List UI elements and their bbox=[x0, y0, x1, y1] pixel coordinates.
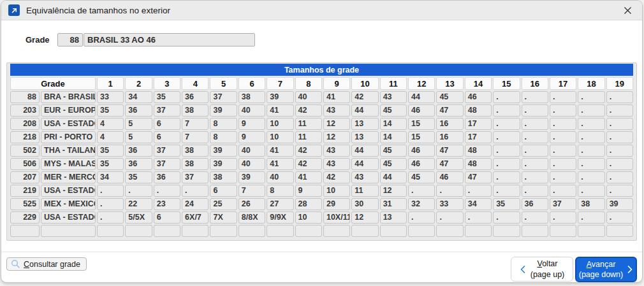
size-value-cell[interactable]: 10 bbox=[323, 185, 350, 197]
size-value-cell[interactable]: . bbox=[493, 104, 520, 117]
size-value-cell[interactable]: 36 bbox=[154, 171, 180, 183]
size-value-cell[interactable]: 37 bbox=[154, 158, 180, 170]
size-value-cell[interactable]: 14 bbox=[380, 118, 407, 130]
voltar-button[interactable]: Voltar (page up) bbox=[511, 257, 573, 282]
size-value-cell[interactable]: 36 bbox=[182, 91, 209, 103]
grade-code-cell[interactable]: 525 bbox=[10, 198, 40, 210]
size-value-cell[interactable]: 36 bbox=[522, 198, 548, 210]
size-value-cell[interactable]: 14 bbox=[380, 131, 407, 143]
size-value-cell[interactable]: 45 bbox=[436, 91, 463, 103]
empty-cell[interactable] bbox=[436, 225, 463, 237]
size-value-cell[interactable]: 5 bbox=[125, 118, 152, 130]
size-value-cell[interactable]: 38 bbox=[238, 91, 265, 103]
size-value-cell[interactable]: . bbox=[578, 91, 604, 103]
size-value-cell[interactable]: . bbox=[522, 171, 548, 183]
size-value-cell[interactable]: . bbox=[522, 91, 548, 103]
size-value-cell[interactable]: . bbox=[578, 118, 604, 130]
size-value-cell[interactable]: 35 bbox=[97, 145, 124, 157]
size-value-cell[interactable]: 16 bbox=[436, 131, 463, 143]
grade-name-cell[interactable]: USA - ESTADOS U bbox=[41, 185, 96, 197]
grade-code-cell[interactable]: 88 bbox=[10, 91, 40, 103]
size-value-cell[interactable]: 25 bbox=[210, 198, 237, 210]
grade-name-cell[interactable]: USA - ESTADOS U bbox=[41, 211, 96, 224]
grade-code-field[interactable]: 88 bbox=[57, 33, 83, 46]
size-value-cell[interactable]: 40 bbox=[267, 171, 293, 183]
size-value-cell[interactable]: 41 bbox=[267, 104, 293, 117]
size-value-cell[interactable]: 30 bbox=[351, 198, 378, 210]
grade-code-cell[interactable]: 229 bbox=[10, 211, 40, 224]
empty-cell[interactable] bbox=[380, 225, 407, 237]
size-value-cell[interactable]: 6X/7 bbox=[182, 211, 209, 224]
size-value-cell[interactable]: 40 bbox=[295, 91, 322, 103]
size-value-cell[interactable]: . bbox=[550, 118, 576, 130]
size-value-cell[interactable]: 38 bbox=[182, 158, 209, 170]
size-value-cell[interactable]: 13 bbox=[380, 211, 407, 224]
size-value-cell[interactable]: 35 bbox=[493, 198, 520, 210]
size-value-cell[interactable]: 13 bbox=[351, 118, 378, 130]
grade-name-cell[interactable]: PRI - PORTO RIC bbox=[41, 131, 96, 143]
size-value-cell[interactable]: 44 bbox=[380, 171, 407, 183]
size-value-cell[interactable]: 17 bbox=[465, 118, 492, 130]
size-value-cell[interactable]: . bbox=[522, 131, 548, 143]
size-value-cell[interactable]: . bbox=[606, 185, 633, 197]
size-value-cell[interactable]: 39 bbox=[238, 171, 265, 183]
empty-cell[interactable] bbox=[351, 225, 378, 237]
empty-cell[interactable] bbox=[323, 225, 350, 237]
size-value-cell[interactable]: 46 bbox=[408, 104, 435, 117]
empty-cell[interactable] bbox=[550, 225, 576, 237]
size-value-cell[interactable]: 45 bbox=[408, 171, 435, 183]
size-value-cell[interactable]: 7 bbox=[238, 185, 265, 197]
size-value-cell[interactable]: 10X/11 bbox=[323, 211, 350, 224]
size-value-cell[interactable]: 10 bbox=[295, 211, 322, 224]
size-value-cell[interactable]: 41 bbox=[267, 145, 293, 157]
size-value-cell[interactable]: . bbox=[493, 145, 520, 157]
size-value-cell[interactable]: 36 bbox=[125, 145, 152, 157]
size-value-cell[interactable]: . bbox=[408, 185, 435, 197]
size-value-cell[interactable]: 42 bbox=[295, 158, 322, 170]
size-value-cell[interactable]: . bbox=[578, 171, 604, 183]
size-value-cell[interactable]: 11 bbox=[351, 185, 378, 197]
grade-code-cell[interactable]: 506 bbox=[10, 158, 40, 170]
size-value-cell[interactable]: 38 bbox=[578, 198, 604, 210]
size-value-cell[interactable]: 43 bbox=[351, 171, 378, 183]
size-value-cell[interactable]: 45 bbox=[380, 104, 407, 117]
size-value-cell[interactable]: 38 bbox=[210, 171, 237, 183]
size-value-cell[interactable]: 6 bbox=[154, 118, 180, 130]
size-value-cell[interactable]: 11 bbox=[295, 131, 322, 143]
size-value-cell[interactable]: . bbox=[578, 158, 604, 170]
size-value-cell[interactable]: 12 bbox=[323, 131, 350, 143]
size-value-cell[interactable]: 41 bbox=[267, 158, 293, 170]
size-value-cell[interactable]: 8 bbox=[210, 118, 237, 130]
grade-code-cell[interactable]: 219 bbox=[10, 185, 40, 197]
empty-cell[interactable] bbox=[182, 225, 209, 237]
size-value-cell[interactable]: . bbox=[578, 211, 604, 224]
size-value-cell[interactable]: 46 bbox=[465, 91, 492, 103]
size-value-cell[interactable]: . bbox=[606, 91, 633, 103]
size-value-cell[interactable]: 39 bbox=[210, 145, 237, 157]
size-value-cell[interactable]: 13 bbox=[351, 131, 378, 143]
size-value-cell[interactable]: 41 bbox=[323, 91, 350, 103]
grade-name-cell[interactable]: MER - MERCOSUL bbox=[41, 171, 96, 183]
size-value-cell[interactable]: . bbox=[465, 211, 492, 224]
size-value-cell[interactable]: . bbox=[493, 171, 520, 183]
size-value-cell[interactable]: 33 bbox=[436, 198, 463, 210]
size-value-cell[interactable]: . bbox=[125, 185, 152, 197]
size-value-cell[interactable]: 16 bbox=[436, 118, 463, 130]
size-value-cell[interactable]: 9 bbox=[238, 131, 265, 143]
size-value-cell[interactable]: 40 bbox=[238, 104, 265, 117]
size-value-cell[interactable]: 44 bbox=[351, 104, 378, 117]
size-value-cell[interactable]: 27 bbox=[267, 198, 293, 210]
size-value-cell[interactable]: 10 bbox=[267, 131, 293, 143]
size-value-cell[interactable]: 47 bbox=[436, 145, 463, 157]
size-value-cell[interactable]: 45 bbox=[380, 158, 407, 170]
size-value-cell[interactable]: . bbox=[97, 211, 124, 224]
size-value-cell[interactable]: 28 bbox=[295, 198, 322, 210]
size-value-cell[interactable]: 48 bbox=[465, 104, 492, 117]
size-value-cell[interactable]: 45 bbox=[380, 145, 407, 157]
grade-code-cell[interactable]: 207 bbox=[10, 171, 40, 183]
size-value-cell[interactable]: 4 bbox=[97, 131, 124, 143]
size-value-cell[interactable]: 7 bbox=[182, 118, 209, 130]
empty-cell[interactable] bbox=[606, 225, 633, 237]
empty-cell[interactable] bbox=[465, 225, 492, 237]
empty-cell[interactable] bbox=[210, 225, 237, 237]
